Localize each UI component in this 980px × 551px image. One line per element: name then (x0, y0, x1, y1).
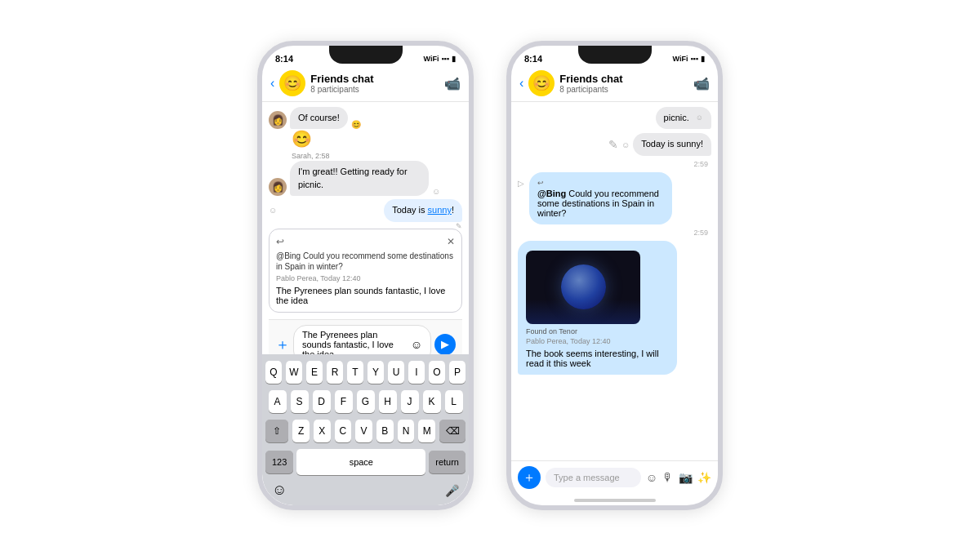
bubble-outgoing-3: Today is sunny! ✎ (384, 199, 462, 221)
key-z[interactable]: Z (292, 420, 310, 442)
reply-input-text[interactable]: The Pyrenees plan sounds fantastic, I lo… (276, 286, 455, 305)
mic-keyboard-button[interactable]: 🎤 (445, 484, 459, 497)
bubble-picnic-text: picnic. (664, 112, 689, 124)
status-icons-2: WiFi ▪▪▪ ▮ (673, 55, 706, 63)
key-y[interactable]: Y (368, 361, 384, 384)
key-p[interactable]: P (449, 361, 466, 384)
emoji-keyboard-button[interactable]: ☺ (272, 482, 287, 499)
camera-input-icon[interactable]: 📷 (679, 471, 693, 484)
key-u[interactable]: U (388, 361, 404, 384)
return-key[interactable]: return (429, 451, 466, 473)
message-row-2: Sarah, 2:58 👩 I'm great!! Getting ready … (269, 152, 462, 196)
key-h[interactable]: H (379, 390, 397, 413)
key-m[interactable]: M (418, 420, 435, 442)
key-w[interactable]: W (286, 361, 302, 384)
emoji-input-icon[interactable]: ☺ (646, 471, 657, 484)
input-field-1[interactable]: The Pyrenees plan sounds fantastic, I lo… (293, 325, 431, 354)
emoji-icon-3: ☺ (269, 206, 277, 215)
video-call-icon-1[interactable]: 📹 (444, 76, 461, 91)
mic-input-icon[interactable]: 🎙 (662, 471, 674, 484)
key-x[interactable]: X (314, 420, 331, 442)
key-t[interactable]: T (347, 361, 363, 384)
key-b[interactable]: B (376, 420, 394, 442)
key-n[interactable]: N (398, 420, 415, 442)
bubble-bing-response: Found on Tenor Pablo Perea, Today 12:40 … (518, 241, 677, 375)
status-time-1: 8:14 (275, 54, 293, 64)
chat-title-2: Friends chat (559, 73, 688, 85)
bubble-wrap-1: 👩 Of course! 😊 (269, 107, 462, 129)
spacebar[interactable]: space (296, 449, 425, 475)
reply-close-button[interactable]: ✕ (447, 236, 455, 247)
messages-area-2: picnic. ☺ ✎ ☺ Today is sunny! 2:59 ▷ (511, 102, 718, 460)
back-button-1[interactable]: ‹ (270, 76, 274, 91)
bing-message-text: @Bing Could you recommend some destinati… (537, 189, 659, 218)
emoji-button-1[interactable]: ☺ (411, 338, 422, 351)
sunny-link[interactable]: sunny (428, 205, 452, 215)
phone-2: 8:14 WiFi ▪▪▪ ▮ ‹ 😊 Friends chat 8 parti… (506, 41, 723, 510)
delete-key[interactable]: ⌫ (439, 420, 466, 442)
magic-input-icon[interactable]: ✨ (697, 471, 711, 484)
chat-participants-2: 8 participants (559, 85, 688, 94)
keyboard-1: Q W E R T Y U I O P A S D F G (262, 354, 469, 505)
key-k[interactable]: K (423, 390, 441, 413)
input-field-text-1: The Pyrenees plan sounds fantastic, I lo… (302, 330, 408, 354)
messages-area-1: 👩 Of course! 😊 😊 Sarah, 2:58 👩 I'm (262, 102, 469, 354)
numbers-key[interactable]: 123 (265, 451, 293, 473)
key-j[interactable]: J (401, 390, 419, 413)
emoji-icon-2: ☺ (432, 187, 440, 196)
key-r[interactable]: R (327, 361, 343, 384)
bubble-bing: ↩ @Bing Could you recommend some destina… (529, 172, 672, 224)
key-e[interactable]: E (306, 361, 323, 384)
chat-header-2: ‹ 😊 Friends chat 8 participants 📹 (511, 67, 718, 102)
msg-picnic-row: picnic. ☺ (518, 107, 711, 129)
key-c[interactable]: C (335, 420, 352, 442)
kb-emoji-row: ☺ 🎤 (265, 478, 466, 502)
video-call-icon-2[interactable]: 📹 (693, 76, 710, 91)
message-row-3: ☺ Today is sunny! ✎ (269, 199, 462, 221)
kb-row-2: A S D F G H J K L (265, 390, 466, 413)
add-button-1[interactable]: ＋ (275, 335, 290, 354)
input-field-2[interactable]: Type a message (546, 468, 641, 487)
reply-arrow-icon: ↩ (276, 236, 284, 247)
bubble-incoming-2: I'm great!! Getting ready for picnic. (290, 161, 429, 196)
bubble-sunny: Today is sunny! (633, 133, 711, 155)
key-a[interactable]: A (269, 390, 287, 413)
chat-title-1: Friends chat (310, 73, 439, 85)
key-f[interactable]: F (335, 390, 353, 413)
chat-avatar-1: 😊 (279, 70, 305, 96)
kb-bottom-row: 123 space return (265, 449, 466, 475)
send-button-1[interactable]: ▶ (434, 334, 456, 354)
bing-response-author: Pablo Perea, Today 12:40 (526, 337, 669, 345)
battery-icon: ▮ (452, 55, 456, 63)
phone-2-notch (578, 46, 652, 64)
msg-sunny-row: ✎ ☺ Today is sunny! (518, 133, 711, 155)
reaction-icon-1: 😊 (351, 120, 361, 129)
key-q[interactable]: Q (265, 361, 282, 384)
bubble-incoming-1: Of course! (290, 107, 348, 129)
reply-box-header: ↩ ✕ (276, 236, 455, 247)
wifi-icon: WiFi (424, 55, 439, 63)
key-d[interactable]: D (313, 390, 331, 413)
chat-participants-1: 8 participants (310, 85, 439, 94)
phone-1-screen: 8:14 WiFi ▪▪▪ ▮ ‹ 😊 Friends chat 8 parti… (262, 46, 469, 505)
key-v[interactable]: V (355, 420, 372, 442)
chat-title-group-1: Friends chat 8 participants (310, 73, 439, 94)
add-button-2[interactable]: ＋ (518, 466, 541, 489)
key-g[interactable]: G (357, 390, 375, 413)
msg-sender-2: Sarah, 2:58 (292, 152, 462, 160)
input-icons-2: ☺ 🎙 📷 ✨ (646, 471, 711, 484)
message-text-2: I'm great!! Getting ready for picnic. (298, 167, 408, 189)
bubble-wrap-3: ☺ Today is sunny! ✎ (269, 199, 462, 221)
moon-reflection (526, 300, 640, 324)
back-button-2[interactable]: ‹ (519, 76, 523, 91)
bing-send-icon: ▷ (518, 179, 524, 188)
key-s[interactable]: S (291, 390, 309, 413)
bing-response-row: Found on Tenor Pablo Perea, Today 12:40 … (518, 241, 711, 375)
reply-indicator: ↩ (537, 179, 664, 187)
reply-quote-author: Pablo Perea, Today 12:40 (276, 274, 455, 282)
timestamp-259-1: 2:59 (518, 160, 711, 168)
key-o[interactable]: O (429, 361, 445, 384)
key-l[interactable]: L (445, 390, 463, 413)
shift-key[interactable]: ⇧ (265, 420, 288, 442)
key-i[interactable]: I (408, 361, 425, 384)
